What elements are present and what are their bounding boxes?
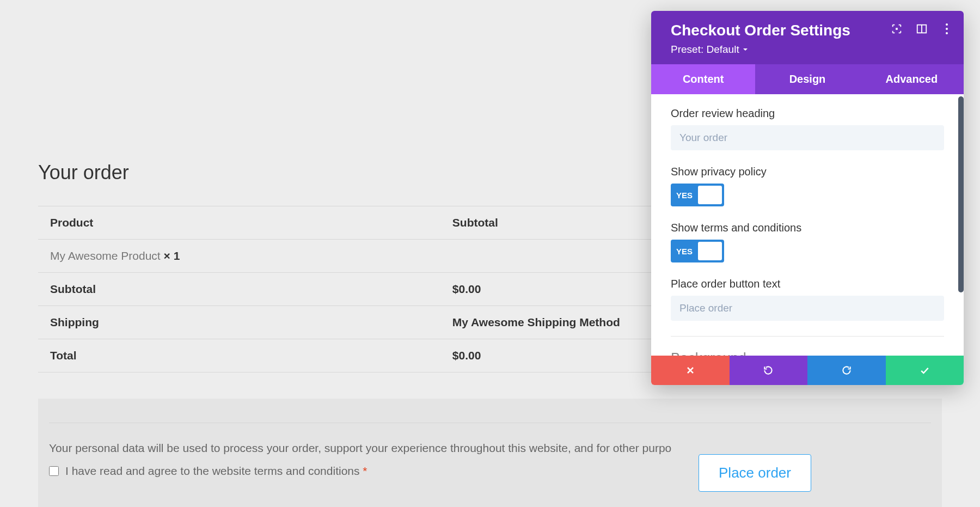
toggle-knob	[698, 242, 722, 260]
panel-header: Checkout Order Settings Preset: Default	[651, 11, 964, 64]
col-product: Product	[38, 206, 440, 240]
tab-design[interactable]: Design	[755, 64, 859, 94]
check-icon	[919, 365, 930, 376]
settings-panel: Checkout Order Settings Preset: Default	[651, 11, 964, 385]
undo-icon	[763, 365, 774, 376]
caret-down-icon	[743, 47, 748, 52]
shipping-label: Shipping	[38, 306, 440, 339]
product-cell: My Awesome Product × 1	[38, 240, 440, 273]
panel-body: Order review heading Show privacy policy…	[651, 94, 964, 356]
svg-rect-0	[896, 28, 898, 30]
privacy-policy-text: Your personal data will be used to proce…	[49, 442, 931, 455]
show-privacy-toggle[interactable]: YES	[671, 184, 724, 206]
place-order-text-input[interactable]	[671, 296, 944, 321]
cancel-button[interactable]	[651, 356, 730, 385]
order-review-heading-label: Order review heading	[671, 107, 944, 120]
show-terms-label: Show terms and conditions	[671, 222, 944, 234]
order-review-heading-input[interactable]	[671, 125, 944, 150]
confirm-button[interactable]	[886, 356, 964, 385]
tab-content[interactable]: Content	[651, 64, 755, 94]
background-accordion-label: Background	[671, 350, 746, 356]
redo-button[interactable]	[807, 356, 886, 385]
background-accordion[interactable]: Background	[671, 336, 944, 356]
toggle-knob	[698, 186, 722, 204]
preset-dropdown[interactable]: Preset: Default	[671, 44, 748, 56]
more-icon[interactable]	[941, 23, 953, 35]
terms-checkbox[interactable]	[49, 466, 59, 476]
required-asterisk: *	[363, 465, 367, 477]
toggle-on-text: YES	[676, 191, 693, 200]
payment-box: Your personal data will be used to proce…	[38, 399, 942, 507]
place-order-text-label: Place order button text	[671, 278, 944, 290]
show-privacy-label: Show privacy policy	[671, 166, 944, 178]
subtotal-label: Subtotal	[38, 273, 440, 306]
preset-label: Preset: Default	[671, 44, 739, 56]
product-name: My Awesome Product	[50, 249, 164, 262]
terms-text: I have read and agree to the website ter…	[65, 465, 363, 477]
undo-button[interactable]	[730, 356, 808, 385]
panel-tabs: Content Design Advanced	[651, 64, 964, 94]
product-qty: × 1	[164, 249, 180, 262]
redo-icon	[841, 365, 852, 376]
total-label: Total	[38, 339, 440, 372]
show-terms-toggle[interactable]: YES	[671, 240, 724, 262]
close-icon	[685, 365, 696, 376]
tab-advanced[interactable]: Advanced	[860, 64, 964, 94]
place-order-button[interactable]: Place order	[699, 454, 811, 492]
chevron-down-icon	[934, 353, 944, 356]
expand-icon[interactable]	[891, 23, 903, 35]
toggle-on-text: YES	[676, 247, 693, 256]
panel-footer	[651, 356, 964, 385]
columns-icon[interactable]	[916, 23, 928, 35]
